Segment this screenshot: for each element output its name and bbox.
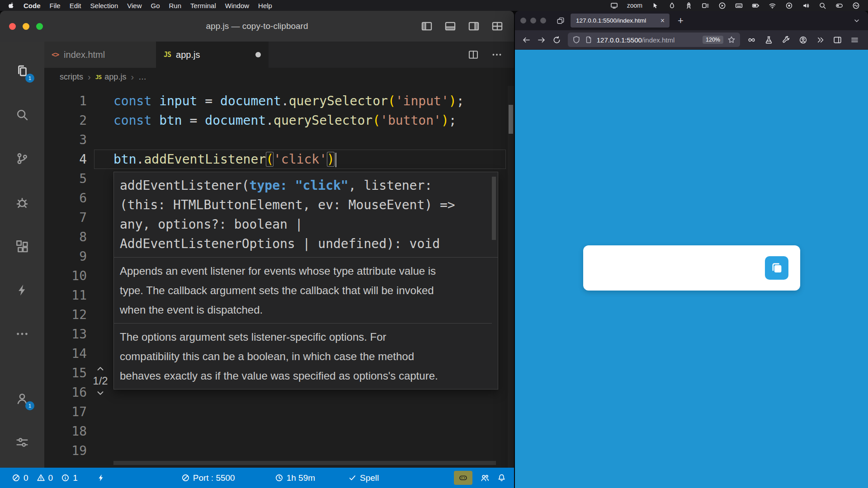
status-power[interactable]	[97, 474, 105, 482]
devtools-icon[interactable]	[778, 33, 793, 47]
code-line-19[interactable]	[94, 441, 506, 460]
menu-edit[interactable]: Edit	[65, 2, 86, 9]
tab-app.js[interactable]: JSapp.js	[156, 42, 269, 68]
tracking-protection-icon[interactable]	[572, 36, 580, 44]
minimize-button[interactable]	[23, 23, 29, 30]
cursor-icon[interactable]	[647, 0, 664, 11]
firefox-view-icon[interactable]	[554, 14, 567, 27]
code-line-4[interactable]: btn.addEventListener('click')	[94, 150, 506, 169]
status-copilot[interactable]	[454, 471, 472, 485]
battery-icon[interactable]	[747, 0, 764, 11]
rocket-icon[interactable]	[680, 0, 697, 11]
status-port[interactable]: Port : 5500	[181, 473, 235, 483]
menu-terminal[interactable]: Terminal	[186, 2, 221, 9]
status-errors[interactable]: 0	[12, 473, 28, 483]
menu-selection[interactable]: Selection	[86, 2, 123, 9]
stage-manager-icon[interactable]	[697, 0, 714, 11]
menu-go[interactable]: Go	[146, 2, 165, 9]
breadcrumb-item[interactable]: JSapp.js	[95, 72, 127, 82]
activity-accounts[interactable]: 1	[0, 376, 44, 420]
copy-button[interactable]	[765, 256, 788, 280]
status-infos[interactable]: 1	[61, 473, 78, 483]
sidebars-icon[interactable]	[830, 33, 844, 47]
app-menu-icon[interactable]	[847, 33, 862, 47]
toggle-sidebar-icon[interactable]	[421, 20, 433, 32]
volume-icon[interactable]	[797, 0, 814, 11]
breadcrumb-item[interactable]: …	[138, 72, 146, 82]
activity-explorer[interactable]: 1	[0, 49, 44, 93]
forward-button[interactable]	[535, 33, 549, 47]
menu-help[interactable]: Help	[254, 2, 277, 9]
code-line-2[interactable]: const btn = document.querySelector('butt…	[94, 111, 506, 130]
vscode-title-bar[interactable]: app.js — copy-to-clipboard	[0, 11, 514, 42]
close-button[interactable]	[520, 18, 526, 23]
status-accounts[interactable]	[481, 474, 489, 482]
modified-dot-icon[interactable]	[255, 52, 261, 57]
activity-more[interactable]	[0, 312, 44, 356]
activity-top: 1	[0, 49, 44, 356]
minimize-button[interactable]	[530, 18, 536, 23]
menu-file[interactable]: File	[45, 2, 65, 9]
keyboard-icon[interactable]	[731, 0, 747, 11]
activity-search[interactable]	[0, 93, 44, 136]
play-icon[interactable]	[714, 0, 731, 11]
new-tab-button[interactable]: +	[673, 15, 688, 27]
zoom-button[interactable]	[540, 18, 546, 23]
close-button[interactable]	[9, 23, 16, 30]
code-line-3[interactable]	[94, 130, 506, 150]
spotlight-icon[interactable]	[814, 0, 831, 11]
wifi-icon[interactable]	[764, 0, 781, 11]
list-tabs-icon[interactable]	[851, 15, 863, 27]
ink-icon[interactable]	[664, 0, 680, 11]
menu-run[interactable]: Run	[165, 2, 186, 9]
editor-scrollbar[interactable]	[508, 86, 514, 468]
close-tab-icon[interactable]: ×	[659, 17, 666, 25]
activity-extensions[interactable]	[0, 224, 44, 268]
more-actions-icon[interactable]	[491, 49, 502, 60]
text-input[interactable]	[583, 245, 760, 291]
status-spell[interactable]: Spell	[348, 473, 379, 483]
horizontal-scrollbar[interactable]	[113, 461, 496, 465]
split-editor-icon[interactable]	[468, 49, 479, 60]
activity-settings[interactable]	[0, 420, 44, 464]
tab-actions	[468, 42, 514, 68]
reload-button[interactable]	[550, 33, 564, 47]
code-line-17[interactable]	[94, 402, 506, 422]
activity-live-server[interactable]	[0, 268, 44, 312]
status-notifications[interactable]	[497, 474, 506, 482]
control-center-icon[interactable]	[831, 0, 848, 11]
activity-run-debug[interactable]	[0, 180, 44, 224]
site-info-icon[interactable]	[585, 36, 593, 44]
tab-index.html[interactable]: <>index.html	[44, 42, 156, 68]
toggle-panel-icon[interactable]	[444, 20, 456, 32]
status-warnings[interactable]: 0	[37, 473, 53, 483]
overflow-icon[interactable]	[813, 33, 827, 47]
screen-record-icon[interactable]	[781, 0, 797, 11]
browser-tab[interactable]: 127.0.0.1:5500/index.html ×	[571, 14, 670, 28]
chevron-up-icon[interactable]	[95, 364, 105, 374]
breadcrumb-item[interactable]: scripts	[60, 72, 83, 82]
status-time[interactable]: 1h 59m	[275, 473, 315, 483]
back-button[interactable]	[519, 33, 533, 47]
siri-icon[interactable]	[848, 0, 864, 11]
activity-source-control[interactable]	[0, 136, 44, 180]
customize-layout-icon[interactable]	[491, 20, 503, 32]
apple-icon[interactable]	[7, 2, 14, 9]
maximize-button[interactable]	[36, 23, 43, 30]
screen-mirror-icon[interactable]	[606, 0, 623, 11]
menu-window[interactable]: Window	[221, 2, 254, 9]
url-bar[interactable]: 127.0.0.1:5500/index.html 120%	[568, 33, 740, 47]
app-menu-code[interactable]: Code	[19, 2, 45, 9]
scrollbar-thumb[interactable]	[509, 105, 513, 134]
toggle-secondary-sidebar-icon[interactable]	[468, 20, 480, 32]
menu-view[interactable]: View	[123, 2, 146, 9]
extension-beaker-icon[interactable]	[761, 33, 776, 47]
extension-icon[interactable]	[744, 33, 759, 47]
zoom-level-badge[interactable]: 120%	[703, 36, 723, 44]
chevron-down-icon[interactable]	[95, 388, 105, 398]
bookmark-star-icon[interactable]	[727, 36, 736, 44]
code-line-1[interactable]: const input = document.querySelector('in…	[94, 91, 506, 111]
zoom-menu-extra[interactable]: zoom	[623, 0, 647, 11]
code-line-18[interactable]	[94, 422, 506, 441]
profile-icon[interactable]	[796, 33, 810, 47]
